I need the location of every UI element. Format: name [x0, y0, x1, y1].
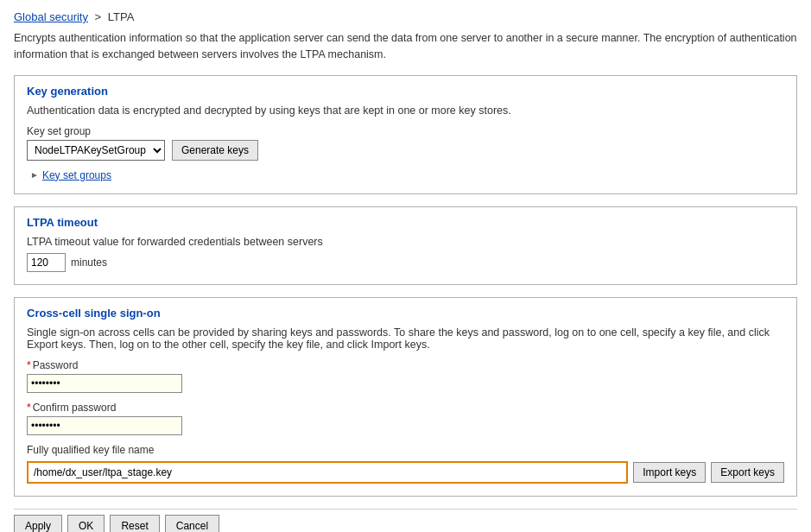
breadcrumb: Global security > LTPA — [14, 10, 797, 23]
timeout-input[interactable] — [27, 253, 66, 272]
key-set-group-select[interactable]: NodeLTPAKeySetGroup — [27, 140, 165, 161]
cancel-button[interactable]: Cancel — [165, 515, 219, 533]
confirm-password-label: *Confirm password — [27, 402, 784, 414]
ltpa-timeout-section: LTPA timeout LTPA timeout value for forw… — [14, 206, 797, 285]
cross-cell-description: Single sign-on across cells can be provi… — [27, 326, 784, 351]
confirm-password-required-star: * — [27, 402, 31, 414]
bottom-buttons: Apply OK Reset Cancel — [14, 509, 797, 533]
apply-button[interactable]: Apply — [14, 515, 62, 533]
password-wrapper: *Password — [27, 359, 784, 393]
cross-cell-title: Cross-cell single sign-on — [27, 307, 784, 320]
key-generation-section: Key generation Authentication data is en… — [14, 75, 797, 194]
minutes-label: minutes — [71, 256, 107, 269]
password-required-star: * — [27, 359, 31, 371]
ltpa-timeout-description: LTPA timeout value for forwarded credent… — [27, 236, 784, 248]
confirm-password-input[interactable] — [27, 416, 182, 435]
key-file-row: Import keys Export keys — [27, 461, 784, 484]
page-description: Encrypts authentication information so t… — [14, 30, 797, 63]
key-set-groups-link-row: ► Key set groups — [30, 169, 784, 181]
breadcrumb-link[interactable]: Global security — [14, 10, 88, 23]
breadcrumb-current: LTPA — [108, 10, 135, 23]
key-file-input[interactable] — [27, 461, 628, 484]
key-set-groups-link[interactable]: Key set groups — [42, 169, 111, 181]
timeout-row: minutes — [27, 253, 784, 272]
cross-cell-section: Cross-cell single sign-on Single sign-on… — [14, 297, 797, 497]
key-generation-title: Key generation — [27, 85, 784, 98]
reset-button[interactable]: Reset — [110, 515, 159, 533]
key-file-label: Fully qualified key file name — [27, 444, 784, 456]
breadcrumb-separator: > — [95, 10, 102, 23]
bullet-dot: ► — [30, 170, 39, 180]
key-generation-description: Authentication data is encrypted and dec… — [27, 104, 784, 117]
password-label: *Password — [27, 359, 784, 371]
password-input[interactable] — [27, 374, 182, 393]
key-set-group-row: NodeLTPAKeySetGroup Generate keys — [27, 140, 784, 161]
key-set-group-label: Key set group — [27, 125, 784, 137]
ok-button[interactable]: OK — [67, 515, 105, 533]
confirm-password-wrapper: *Confirm password — [27, 402, 784, 435]
generate-keys-button[interactable]: Generate keys — [172, 140, 258, 161]
ltpa-timeout-title: LTPA timeout — [27, 216, 784, 229]
export-keys-button[interactable]: Export keys — [711, 462, 784, 483]
import-keys-button[interactable]: Import keys — [633, 462, 706, 483]
